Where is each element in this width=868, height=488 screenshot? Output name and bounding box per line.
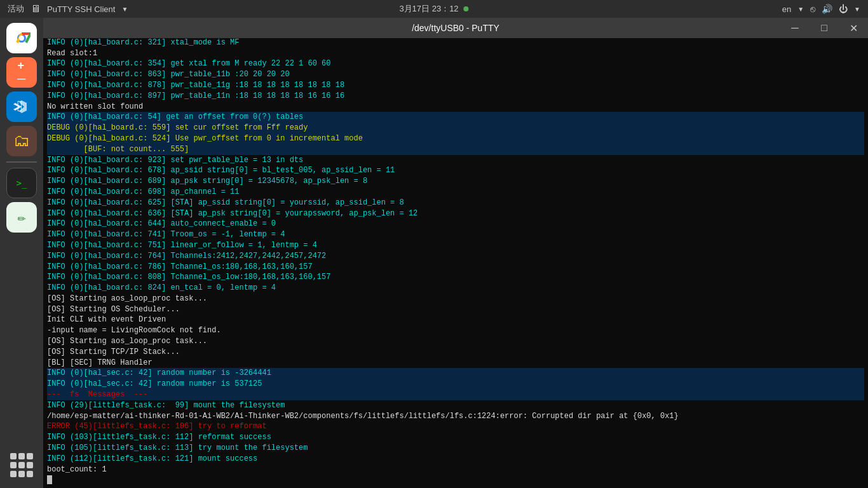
terminal-line: [OS] Starting TCP/IP Stack... (47, 347, 864, 358)
network-icon[interactable]: ⎋ (810, 4, 815, 14)
terminal-line: INFO (0)[hal_board.c: 897] pwr_table_11n… (47, 91, 864, 102)
terminal-line: [OS] Starting OS Scheduler... (47, 304, 864, 315)
terminal-line: INFO (103)[littlefs_task.c: 112] reforma… (47, 432, 864, 443)
sidebar-item-text-editor[interactable]: ✏️ (6, 202, 37, 233)
sidebar-apps-grid[interactable] (6, 450, 37, 480)
terminal-line: INFO (0)[hal_sec.c: 42] random number is… (47, 379, 864, 390)
putty-icon: 🖥 (31, 3, 41, 15)
files-icon: 🗂 (13, 131, 30, 151)
title-bar: /dev/ttyUSB0 - PuTTY ─ □ ✕ (43, 18, 868, 38)
sidebar-item-chrome[interactable] (6, 23, 37, 53)
terminal-line: INFO (0)[hal_board.c: 54] get an offset … (47, 112, 864, 123)
terminal-line: INFO (0)[hal_board.c: 786] Tchannel_os:1… (47, 262, 864, 273)
system-bar-left: 活动 🖥 PuTTY SSH Client ▼ (8, 3, 128, 15)
lang-label[interactable]: en (782, 4, 791, 14)
activities-label[interactable]: 活动 (8, 3, 24, 15)
terminal-line: [OS] Starting aos_loop_proc task... (47, 294, 864, 304)
terminal-line: --- fs Messages --- (47, 390, 864, 400)
sidebar: +─  🗂 >_ ✏️ (0, 18, 43, 488)
terminal-line: INFO (0)[hal_board.c: 698] ap_channel = … (47, 187, 864, 198)
terminal-line: /home/esp-matter/ai-thinker-Rd-01-Ai-WB2… (47, 411, 864, 422)
system-bar-right: en ▼ ⎋ 🔊 ⏻ ▼ (782, 4, 860, 14)
terminal-line: INFO (0)[hal_board.c: 741] Troom_os = -1… (47, 229, 864, 240)
maximize-button[interactable]: □ (810, 18, 839, 38)
terminal-line: INFO (0)[hal_board.c: 636] [STA] ap_psk … (47, 208, 864, 219)
terminal-line: Read slot:1 (47, 48, 864, 59)
sidebar-divider (6, 161, 37, 163)
terminal-line: INFO (0)[hal_board.c: 689] ap_psk string… (47, 176, 864, 187)
system-bar: 活动 🖥 PuTTY SSH Client ▼ 3月17日 23：12 en ▼… (0, 0, 868, 18)
terminal-line: INFO (112)[littlefs_task.c: 121] mount s… (47, 454, 864, 464)
terminal-line: [BL] [SEC] TRNG Handler (47, 358, 864, 369)
terminal-line: INFO (0)[hal_board.c: 808] Tchannel_os_l… (47, 272, 864, 283)
text-editor-icon: ✏️ (17, 209, 25, 226)
terminal-cursor (47, 475, 52, 484)
terminal-line: No written slot found (47, 102, 864, 112)
terminal-line: INFO (105)[littlefs_task.c: 113] try mou… (47, 443, 864, 454)
sidebar-item-terminal[interactable]: >_ (6, 168, 37, 198)
terminal-line: ERROR (45)[littlefs_task.c: 106] try to … (47, 421, 864, 432)
terminal-line: INFO (0)[hal_board.c: 751] linear_or_fol… (47, 240, 864, 251)
calc-label: +─ (18, 59, 26, 86)
sidebar-item-calculator[interactable]: +─ (6, 57, 37, 88)
terminal-line: INFO (0)[hal_board.c: 764] Tchannels:241… (47, 251, 864, 262)
terminal-line: INFO (0)[hal_board.c: 625] [STA] ap_ssid… (47, 198, 864, 208)
power-arrow[interactable]: ▼ (854, 6, 860, 13)
app-menu-arrow[interactable]: ▼ (121, 6, 128, 13)
terminal-line: INFO (0)[hal_board.c: 354] get xtal from… (47, 58, 864, 69)
terminal-line: INFO (0)[hal_board.c: 923] set pwr_table… (47, 155, 864, 166)
minimize-button[interactable]: ─ (780, 18, 810, 38)
power-icon[interactable]: ⏻ (839, 4, 848, 14)
terminal-line: INFO (0)[hal_sec.c: 42] random number is… (47, 368, 864, 379)
terminal-cursor-line (47, 475, 864, 485)
terminal-line: INFO (0)[hal_board.c: 321] xtal_mode is … (47, 38, 864, 48)
svg-point-2 (19, 36, 24, 41)
terminal-line: DEBUG (0)[hal_board.c: 524] Use pwr_offs… (47, 133, 864, 144)
terminal-line: DEBUG (0)[hal_board.c: 559] set cur offs… (47, 123, 864, 133)
terminal-line: [BUF: not count... 555] (47, 144, 864, 155)
terminal-line: INFO (0)[hal_board.c: 678] ap_ssid strin… (47, 165, 864, 176)
volume-icon[interactable]: 🔊 (822, 4, 832, 14)
terminal-line: INFO (0)[hal_board.c: 644] auto_connect_… (47, 219, 864, 229)
datetime: 3月17日 23：12 (399, 3, 458, 15)
window-title: /dev/ttyUSB0 - PuTTY (412, 23, 499, 33)
terminal-line: INFO (0)[hal_board.c: 878] pwr_table_11g… (47, 80, 864, 91)
terminal-line: boot_count: 1 (47, 464, 864, 475)
window-controls: ─ □ ✕ (780, 18, 868, 38)
terminal-line: INFO (0)[hal_board.c: 863] pwr_table_11b… (47, 69, 864, 80)
terminal-line: -input name = LivingRoomCock not find. (47, 325, 864, 336)
terminal-line: [OS] Starting aos_loop_proc task... (47, 336, 864, 347)
sidebar-item-vscode[interactable]:  (6, 92, 37, 122)
system-bar-center: 3月17日 23：12 (399, 3, 468, 15)
connection-indicator (464, 6, 469, 11)
sidebar-item-files[interactable]: 🗂 (6, 126, 37, 156)
lang-arrow[interactable]: ▼ (797, 6, 804, 13)
close-button[interactable]: ✕ (839, 18, 868, 38)
terminal-line: INFO (29)[littlefs_task.c: 99] mount the… (47, 400, 864, 411)
app-name[interactable]: PuTTY SSH Client (47, 4, 115, 14)
terminal-output[interactable]: INFO (0)[bl_flash.c: 367] sector size 4K… (43, 38, 868, 488)
terminal-line: Init CLI with event Driven (47, 315, 864, 325)
terminal-line: INFO (0)[hal_board.c: 824] en_tcal = 0, … (47, 283, 864, 294)
terminal-window: /dev/ttyUSB0 - PuTTY ─ □ ✕ INFO (0)[bl_f… (43, 18, 868, 488)
terminal-icon: >_ (17, 178, 27, 188)
